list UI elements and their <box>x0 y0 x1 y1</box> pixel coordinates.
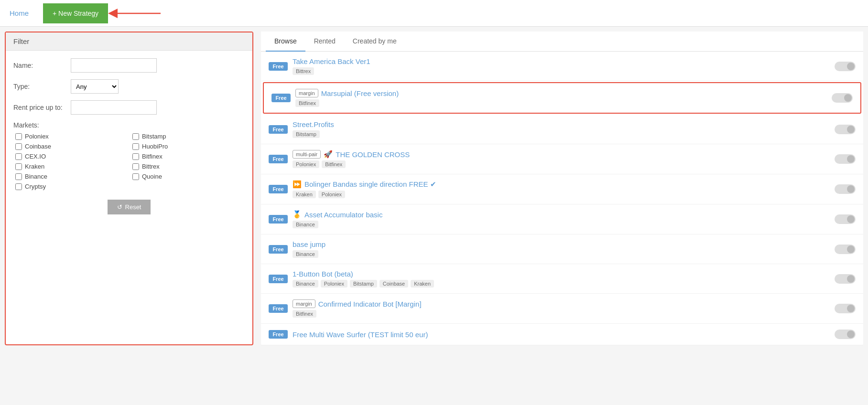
strategy-title: margin Confirmed Indicator Bot [Margin] <box>293 299 830 308</box>
market-bitstamp-checkbox[interactable] <box>132 133 139 140</box>
strategy-toggle[interactable] <box>832 93 853 103</box>
market-quoine[interactable]: Quoine <box>132 173 245 180</box>
tab-bar: Browse Rented Created by me <box>261 32 863 52</box>
market-bitfinex-checkbox[interactable] <box>132 153 139 160</box>
market-binance[interactable]: Binance <box>15 173 128 180</box>
strategy-title: ⏩ Bolinger Bandas single direction FREE … <box>293 180 830 189</box>
market-cexio[interactable]: CEX.IO <box>15 153 128 160</box>
market-cryptsy-checkbox[interactable] <box>15 183 22 190</box>
strategy-info: margin Marsupial (Free version) Bitfinex <box>295 89 827 107</box>
rent-filter-row: Rent price up to: <box>13 100 245 115</box>
strategy-title: Free Multi Wave Surfer (TEST limit 50 eu… <box>293 330 830 339</box>
market-bitfinex[interactable]: Bitfinex <box>132 153 245 160</box>
reset-button[interactable]: ↺ Reset <box>108 200 151 214</box>
strategy-item[interactable]: Free Take America Back Ver1 Bittrex <box>261 52 863 81</box>
arrow-decoration <box>108 1 165 25</box>
toggle-knob <box>847 245 855 253</box>
tab-rented[interactable]: Rented <box>305 32 344 52</box>
strategy-item[interactable]: Free ⏩ Bolinger Bandas single direction … <box>261 174 863 204</box>
strategy-item[interactable]: Free base jump Binance <box>261 234 863 264</box>
strategy-item[interactable]: Free Street.Profits Bitstamp <box>261 115 863 144</box>
multi-pair-tag: multi-pair <box>293 150 321 159</box>
market-tag: Bitfinex <box>322 160 346 168</box>
market-huobipro[interactable]: HuobiPro <box>132 143 245 150</box>
rent-input[interactable] <box>71 100 157 115</box>
tab-browse[interactable]: Browse <box>266 32 305 52</box>
strategy-toggle[interactable] <box>835 184 856 194</box>
strategy-item[interactable]: Free margin Confirmed Indicator Bot [Mar… <box>261 294 863 324</box>
strategy-name: Free Multi Wave Surfer (TEST limit 50 eu… <box>293 330 428 339</box>
strategy-toggle[interactable] <box>835 274 856 284</box>
toggle-knob <box>847 275 855 283</box>
strategy-name: Confirmed Indicator Bot [Margin] <box>318 300 422 308</box>
free-badge: Free <box>271 94 291 102</box>
market-binance-checkbox[interactable] <box>15 173 22 180</box>
strategy-name: Bolinger Bandas single direction FREE ✔ <box>304 180 436 189</box>
strategy-toggle[interactable] <box>835 125 856 134</box>
strategy-markets: Bitfinex <box>293 310 830 318</box>
market-cryptsy-label: Cryptsy <box>25 183 46 190</box>
market-tag: Poloniex <box>321 280 347 288</box>
market-coinbase[interactable]: Coinbase <box>15 143 128 150</box>
name-filter-row: Name: <box>13 58 245 73</box>
forward-icon: ⏩ <box>293 180 302 189</box>
strategy-info: margin Confirmed Indicator Bot [Margin] … <box>293 299 830 318</box>
market-binance-label: Binance <box>25 173 47 180</box>
free-badge: Free <box>269 125 288 134</box>
strategy-toggle[interactable] <box>835 154 856 164</box>
market-bitstamp[interactable]: Bitstamp <box>132 133 245 140</box>
market-poloniex[interactable]: Poloniex <box>15 133 128 140</box>
name-input[interactable] <box>71 58 157 73</box>
strategy-title: Street.Profits <box>293 120 830 128</box>
market-huobipro-checkbox[interactable] <box>132 143 139 150</box>
strategy-toggle[interactable] <box>835 214 856 224</box>
free-badge: Free <box>269 62 288 71</box>
strategy-toggle[interactable] <box>835 330 856 339</box>
market-quoine-label: Quoine <box>142 173 162 180</box>
market-kraken[interactable]: Kraken <box>15 163 128 170</box>
strategy-name: Take America Back Ver1 <box>293 57 370 65</box>
strategy-info: ⏩ Bolinger Bandas single direction FREE … <box>293 180 830 198</box>
market-coinbase-label: Coinbase <box>25 143 51 150</box>
market-tag: Coinbase <box>380 280 408 288</box>
toggle-knob <box>847 63 855 70</box>
strategy-info: Street.Profits Bitstamp <box>293 120 830 138</box>
home-link[interactable]: Home <box>0 0 38 26</box>
strategy-item[interactable]: Free multi-pair 🚀 THE GOLDEN CROSS Polon… <box>261 144 863 174</box>
market-cryptsy[interactable]: Cryptsy <box>15 183 128 190</box>
type-select[interactable]: Any Long Short <box>71 79 119 94</box>
market-bittrex[interactable]: Bittrex <box>132 163 245 170</box>
strategy-toggle[interactable] <box>835 304 856 313</box>
market-bittrex-checkbox[interactable] <box>132 163 139 170</box>
market-kraken-checkbox[interactable] <box>15 163 22 170</box>
strategy-title: multi-pair 🚀 THE GOLDEN CROSS <box>293 150 830 159</box>
rocket-icon: 🚀 <box>324 150 333 159</box>
strategy-name: Marsupial (Free version) <box>321 89 399 97</box>
toggle-knob <box>847 185 855 193</box>
main-layout: Filter Name: Type: Any Long Short Rent p… <box>0 27 868 350</box>
new-strategy-button[interactable]: + New Strategy <box>43 3 108 23</box>
market-quoine-checkbox[interactable] <box>132 173 139 180</box>
margin-tag: margin <box>295 89 318 97</box>
strategy-toggle[interactable] <box>835 245 856 254</box>
strategy-markets: Kraken Poloniex <box>293 191 830 198</box>
market-huobipro-label: HuobiPro <box>142 143 168 150</box>
filter-panel: Filter Name: Type: Any Long Short Rent p… <box>5 32 253 345</box>
strategy-item[interactable]: Free Free Multi Wave Surfer (TEST limit … <box>261 324 863 345</box>
strategy-item[interactable]: Free 1-Button Bot (beta) Binance Polonie… <box>261 264 863 294</box>
market-coinbase-checkbox[interactable] <box>15 143 22 150</box>
strategy-item[interactable]: Free 🥇 Asset Accumulator basic Binance <box>261 204 863 234</box>
strategy-title: 🥇 Asset Accumulator basic <box>293 210 830 219</box>
market-cexio-checkbox[interactable] <box>15 153 22 160</box>
market-poloniex-checkbox[interactable] <box>15 133 22 140</box>
strategy-title: margin Marsupial (Free version) <box>295 89 827 97</box>
strategy-info: multi-pair 🚀 THE GOLDEN CROSS Poloniex B… <box>293 150 830 168</box>
tab-created-by-me[interactable]: Created by me <box>344 32 405 52</box>
free-badge: Free <box>269 304 288 313</box>
strategy-markets: Poloniex Bitfinex <box>293 160 830 168</box>
market-tag: Poloniex <box>293 160 319 168</box>
strategy-info: Free Multi Wave Surfer (TEST limit 50 eu… <box>293 330 830 339</box>
free-badge: Free <box>269 330 288 339</box>
strategy-toggle[interactable] <box>835 62 856 71</box>
strategy-item-highlighted[interactable]: Free margin Marsupial (Free version) Bit… <box>263 82 861 114</box>
